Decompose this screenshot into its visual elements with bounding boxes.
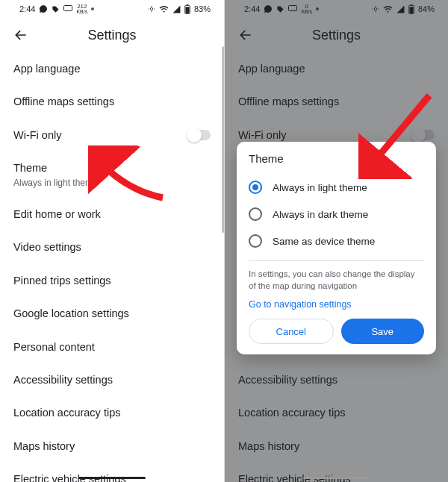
dialog-title: Theme [249,152,424,165]
item-label: Maps history [13,440,75,452]
item-label: Theme [13,162,47,174]
whatsapp-icon [39,4,48,13]
theme-option-always-in-dark-theme[interactable]: Always in dark theme [249,201,424,228]
item-subtext: Always in light theme [13,178,211,188]
settings-item-google-location-settings[interactable]: Google location settings [13,297,211,330]
settings-item-accessibility-settings[interactable]: Accessibility settings [13,363,211,396]
phone-left: 2:44 212KB/s 83% [0,0,224,482]
divider [249,260,424,261]
save-button[interactable]: Save [341,319,425,344]
signal-icon [172,5,181,13]
radio-icon [249,181,262,194]
item-label: Edit home or work [13,208,101,220]
option-label: Same as device theme [273,236,375,247]
phone-right: 2:44 0KB/s 84% Settings App languageOffl… [224,0,448,482]
svg-point-1 [150,7,152,10]
item-label: Pinned trips settings [13,275,111,287]
nav-settings-link[interactable]: Go to navigation settings [249,299,424,310]
settings-list: App languageOffline maps settingsWi-Fi o… [0,52,224,482]
item-label: Offline maps settings [13,96,114,107]
settings-item-pinned-trips-settings[interactable]: Pinned trips settings [13,264,211,297]
settings-item-video-settings[interactable]: Video settings [13,231,211,263]
wifi-icon [159,5,169,13]
status-time: 2:44 [19,4,35,13]
gesture-bar[interactable] [303,477,370,479]
page-title: Settings [87,28,136,43]
cast-icon [63,5,72,13]
location-icon [148,4,155,13]
cancel-button[interactable]: Cancel [249,319,334,344]
settings-item-offline-maps-settings[interactable]: Offline maps settings [13,85,211,118]
radio-icon [249,207,262,221]
battery-icon [184,4,190,14]
back-button[interactable] [10,25,31,46]
overflow-dot-icon [91,7,94,10]
theme-option-always-in-light-theme[interactable]: Always in light theme [249,174,424,201]
svg-rect-3 [187,4,189,5]
settings-item-wi-fi-only[interactable]: Wi-Fi only [13,119,211,151]
dialog-note: In settings, you can also change the dis… [249,269,424,292]
settings-item-app-language[interactable]: App language [13,52,211,85]
app-header: Settings [0,18,224,52]
item-label: Wi-Fi only [13,129,61,142]
item-label: Location accuracy tips [13,407,120,419]
theme-option-same-as-device-theme[interactable]: Same as device theme [249,228,424,254]
item-label: App language [13,63,81,75]
gesture-bar[interactable] [78,477,146,479]
status-bar: 2:44 212KB/s 83% [0,0,224,18]
toggle-switch[interactable] [188,130,211,140]
settings-item-edit-home-or-work[interactable]: Edit home or work [13,198,211,231]
settings-item-maps-history[interactable]: Maps history [13,430,211,463]
option-label: Always in light theme [273,182,367,193]
battery-text: 83% [194,4,211,13]
item-label: Video settings [13,241,81,253]
item-label: Personal content [13,341,95,353]
item-label: Accessibility settings [13,374,113,386]
settings-item-location-accuracy-tips[interactable]: Location accuracy tips [13,396,211,429]
tag-icon [52,5,60,13]
settings-item-theme[interactable]: ThemeAlways in light theme [13,151,211,198]
svg-rect-0 [64,6,72,11]
theme-dialog: Theme Always in light themeAlways in dar… [237,142,436,354]
settings-item-electric-vehicle-settings[interactable]: Electric vehicle settings [13,463,211,482]
settings-item-personal-content[interactable]: Personal content [13,331,211,363]
radio-icon [249,234,262,248]
svg-rect-4 [185,7,189,13]
net-speed-icon: 212KB/s [76,4,87,14]
item-label: Google location settings [13,307,129,319]
option-label: Always in dark theme [273,209,368,220]
